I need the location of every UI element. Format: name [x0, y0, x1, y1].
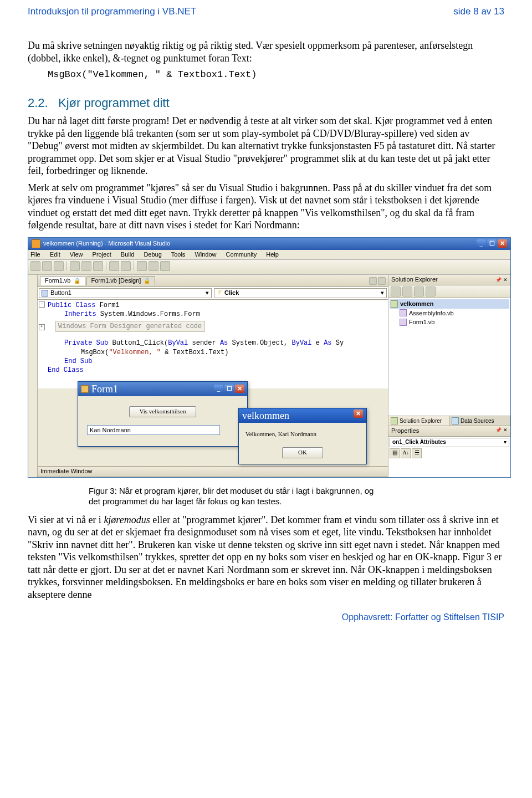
form1-title: Form1	[91, 383, 118, 396]
method-combo[interactable]: Click ▾	[214, 288, 387, 298]
ok-button[interactable]: OK	[282, 447, 323, 458]
minimize-button[interactable]: _	[214, 385, 223, 393]
toolbar-icon[interactable]	[121, 261, 131, 271]
sort-categorized-icon[interactable]: ▤	[390, 448, 400, 458]
vs-menubar: File Edit View Project Build Debug Tools…	[28, 250, 510, 260]
designer-region[interactable]: Windows Form Designer generated code	[55, 321, 205, 332]
msgbox-window[interactable]: velkommen ✕ Velkommen, Kari Nordmann OK	[238, 408, 367, 464]
solution-icon	[391, 417, 398, 424]
doc-title: Introduksjon til programmering i VB.NET	[28, 6, 196, 17]
menu-file[interactable]: File	[30, 251, 40, 258]
menu-edit[interactable]: Edit	[50, 251, 60, 258]
maximize-button[interactable]: ☐	[224, 385, 234, 393]
class-combo[interactable]: Button1 ▾	[39, 288, 212, 298]
minimize-button[interactable]: _	[477, 239, 486, 248]
heading-2-2: 2.2. Kjør programmet ditt	[28, 95, 504, 111]
data-icon	[452, 417, 459, 424]
toolbar-icon[interactable]	[160, 261, 170, 271]
tab-nav-close[interactable]	[378, 277, 386, 285]
toolbar-icon[interactable]	[81, 261, 91, 271]
tab-form1-vb[interactable]: Form1.vb 🔒	[40, 276, 85, 285]
solution-explorer-tree[interactable]: velkommen AssemblyInfo.vb Form1.vb	[388, 298, 510, 416]
toolbar-icon[interactable]	[70, 261, 80, 271]
tab-solution-explorer[interactable]: Solution Explorer	[388, 416, 449, 426]
file-node[interactable]: AssemblyInfo.vb	[390, 309, 509, 318]
toolbar-icon[interactable]	[414, 287, 424, 296]
vb-file-icon	[400, 319, 407, 326]
name-textbox[interactable]	[87, 425, 220, 435]
toolbar-icon[interactable]	[426, 287, 436, 296]
immediate-window-title: Immediate Window	[38, 467, 388, 477]
file-node[interactable]: Form1.vb	[390, 318, 509, 327]
code-editor[interactable]: - Public Class Form1 Inherits System.Win…	[38, 300, 388, 388]
paragraph-2: Du har nå laget ditt første program! Det…	[28, 115, 504, 177]
immediate-window[interactable]: Immediate Window	[38, 466, 388, 477]
menu-tools[interactable]: Tools	[171, 251, 186, 258]
pin-icon[interactable]: 📌 ✕	[495, 427, 508, 435]
tab-nav-left[interactable]	[369, 277, 377, 285]
close-button[interactable]: ✕	[235, 385, 244, 393]
left-dock[interactable]	[28, 275, 38, 477]
vb-file-icon	[400, 309, 407, 316]
vs-titlebar[interactable]: velkommen (Running) - Microsoft Visual S…	[28, 238, 510, 250]
toolbar-icon[interactable]	[54, 261, 64, 271]
lock-icon: 🔒	[144, 278, 150, 284]
outline-toggle-icon[interactable]: -	[39, 301, 45, 308]
figure-3-screenshot: velkommen (Running) - Microsoft Visual S…	[28, 237, 504, 478]
form-icon	[81, 385, 89, 393]
vs-toolbar	[28, 260, 510, 275]
tab-form1-design[interactable]: Form1.vb [Design] 🔒	[86, 276, 156, 285]
properties-header: Properties 📌 ✕	[388, 426, 510, 437]
vs-title: velkommen (Running) - Microsoft Visual S…	[43, 240, 170, 248]
chevron-down-icon: ▾	[206, 289, 209, 297]
sort-alpha-icon[interactable]: A↓	[401, 448, 411, 458]
project-node[interactable]: velkommen	[390, 299, 509, 309]
solution-explorer-toolbar	[388, 285, 510, 298]
msgbox-title: velkommen	[242, 410, 289, 422]
toolbar-icon[interactable]	[137, 261, 147, 271]
tab-data-sources[interactable]: Data Sources	[449, 416, 510, 426]
chevron-down-icon: ▾	[381, 289, 384, 297]
toolbar-icon[interactable]	[109, 261, 119, 271]
menu-project[interactable]: Project	[93, 251, 111, 258]
toolbar-icon[interactable]	[391, 287, 401, 296]
toolbar-icon[interactable]	[149, 261, 158, 271]
app-icon	[32, 239, 40, 248]
figure-3-caption: Figur 3: Når et program kjører, blir det…	[89, 485, 377, 507]
properties-icon[interactable]: ☰	[412, 448, 422, 458]
close-button[interactable]: ✕	[354, 410, 363, 418]
page-number: side 8 av 13	[453, 6, 504, 17]
close-button[interactable]: ✕	[498, 239, 507, 248]
msgbox-text: Velkommen, Kari Nordmann	[239, 423, 366, 443]
paragraph-3: Merk at selv om programmet "kjøres" så s…	[28, 182, 504, 232]
class-icon	[42, 290, 48, 296]
lock-icon: 🔒	[74, 278, 80, 284]
toolbar-icon[interactable]	[93, 261, 103, 271]
outline-toggle-icon[interactable]: +	[39, 324, 45, 330]
copyright: Opphavsrett: Forfatter og Stiftelsen TIS…	[28, 612, 504, 623]
project-icon	[391, 300, 398, 308]
menu-community[interactable]: Community	[226, 251, 257, 258]
menu-window[interactable]: Window	[195, 251, 216, 258]
toolbar-icon[interactable]	[402, 287, 412, 296]
toolbar-icon[interactable]	[42, 261, 52, 271]
pin-icon[interactable]: 📌 ✕	[495, 277, 508, 283]
menu-view[interactable]: View	[70, 251, 83, 258]
chevron-down-icon: ▾	[504, 439, 507, 446]
code-sample-1: MsgBox("Velkommen, " & Textbox1.Text)	[48, 69, 504, 80]
running-form1-window[interactable]: Form1 _ ☐ ✕ Vis velkomsthilsen	[78, 381, 248, 447]
properties-object-combo[interactable]: on1_Click Attributes ▾	[390, 438, 509, 447]
toolbar-icon[interactable]	[30, 261, 40, 271]
vis-velkomsthilsen-button[interactable]: Vis velkomsthilsen	[129, 406, 197, 417]
document-tabs: Form1.vb 🔒 Form1.vb [Design] 🔒	[38, 275, 388, 287]
paragraph-4: Vi sier at vi nå er i kjøremodus eller a…	[28, 514, 504, 601]
menu-build[interactable]: Build	[121, 251, 134, 258]
menu-help[interactable]: Help	[266, 251, 279, 258]
paragraph-1: Du må skrive setningen nøyaktig riktig o…	[28, 39, 504, 64]
menu-debug[interactable]: Debug	[144, 251, 161, 258]
event-icon	[217, 290, 222, 296]
maximize-button[interactable]: ☐	[487, 239, 497, 248]
solution-explorer-header: Solution Explorer 📌 ✕	[388, 275, 510, 285]
